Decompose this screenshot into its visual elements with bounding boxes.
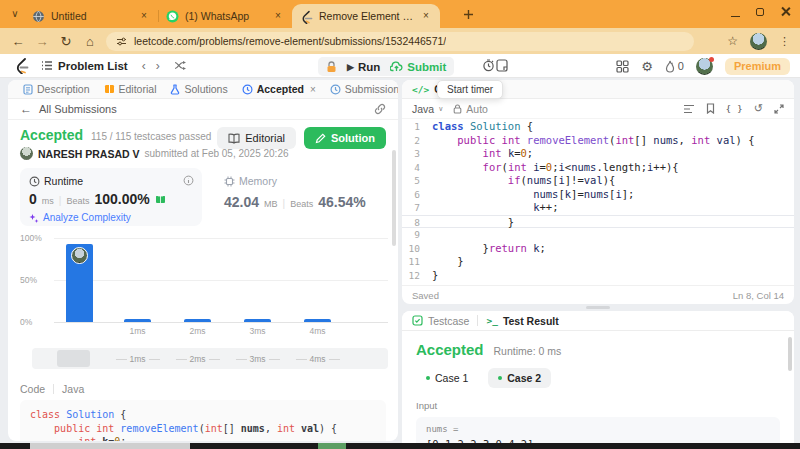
runtime-bar-4ms[interactable] bbox=[304, 319, 331, 322]
browser-tab[interactable]: Untitled× bbox=[24, 4, 158, 28]
submit-button[interactable]: Submit bbox=[390, 61, 446, 73]
window-controls bbox=[731, 6, 792, 18]
code-line[interactable]: 8 } bbox=[402, 215, 794, 229]
problem-list-button[interactable]: Problem List bbox=[41, 60, 128, 72]
settings-gear-icon[interactable]: ⚙ bbox=[641, 59, 653, 74]
shuffle-icon[interactable] bbox=[174, 60, 187, 71]
code-line[interactable]: 11 } bbox=[402, 255, 794, 269]
testcase-tab[interactable]: Testcase bbox=[412, 315, 469, 327]
analyze-complexity-link[interactable]: Analyze Complexity bbox=[29, 212, 193, 223]
code-line[interactable]: class Solution { bbox=[30, 408, 376, 422]
new-tab-button[interactable] bbox=[462, 8, 475, 21]
browser-tab[interactable]: (1) WhatsApp× bbox=[158, 4, 292, 28]
tab-solutions[interactable]: Solutions bbox=[163, 80, 234, 98]
left-panel-scrollbar[interactable] bbox=[392, 150, 396, 246]
braces-icon[interactable]: { } bbox=[726, 103, 743, 114]
editorial-button[interactable]: Editorial bbox=[217, 127, 296, 149]
bookmark-icon[interactable] bbox=[706, 103, 715, 114]
chart-brush[interactable]: 1ms2ms3ms4ms bbox=[32, 348, 388, 369]
runtime-bar-3ms[interactable] bbox=[244, 319, 271, 322]
runtime-bar-1ms[interactable] bbox=[124, 319, 151, 322]
browser-menu-icon[interactable]: ⋮ bbox=[779, 35, 790, 48]
timer-icon[interactable] bbox=[482, 59, 495, 72]
code-line[interactable]: 5 if(nums[i]!=val){ bbox=[402, 174, 794, 188]
tab-description[interactable]: Description bbox=[16, 80, 97, 98]
home-icon[interactable]: ⌂ bbox=[78, 34, 102, 49]
solution-button[interactable]: Solution bbox=[304, 127, 386, 149]
code-line[interactable]: 10 }return k; bbox=[402, 242, 794, 256]
debug-lock-icon[interactable] bbox=[326, 61, 337, 73]
forward-icon[interactable]: → bbox=[30, 34, 54, 49]
submitted-code-preview[interactable]: class Solution { public int removeElemen… bbox=[20, 400, 386, 441]
case-chip[interactable]: Case 1 bbox=[416, 368, 478, 388]
layout-grid-icon[interactable] bbox=[616, 60, 629, 73]
tab-submissions[interactable]: Submissions bbox=[323, 80, 398, 98]
code-line[interactable]: int k=0; bbox=[30, 435, 376, 441]
tab-accepted[interactable]: Accepted× bbox=[235, 80, 323, 98]
reload-icon[interactable]: ↻ bbox=[54, 34, 78, 49]
panel-drag-handle[interactable] bbox=[586, 306, 610, 309]
address-bar[interactable]: leetcode.com/problems/remove-element/sub… bbox=[106, 32, 694, 51]
runtime-distribution-chart[interactable]: 100%50%0%1ms2ms3ms4ms bbox=[20, 232, 388, 338]
tab-search-icon[interactable]: ∨ bbox=[8, 8, 22, 22]
code-line[interactable]: 9 bbox=[402, 228, 794, 242]
code-line[interactable]: 7 k++; bbox=[402, 201, 794, 215]
tab-close-icon[interactable]: × bbox=[310, 84, 316, 95]
tab-close-icon[interactable]: × bbox=[138, 10, 150, 22]
browser-profile-avatar[interactable] bbox=[750, 33, 767, 50]
leetcode-logo-icon[interactable] bbox=[14, 57, 29, 74]
test-result-tab[interactable]: >_ Test Result bbox=[486, 315, 558, 327]
streak-counter[interactable]: 0 bbox=[665, 60, 684, 73]
input-variable-name: nums = bbox=[426, 424, 770, 434]
run-button[interactable]: ▶ Run bbox=[347, 61, 380, 73]
notes-icon[interactable] bbox=[496, 59, 508, 72]
close-icon[interactable] bbox=[780, 6, 792, 18]
browser-tab[interactable]: Remove Element - LeetCode× bbox=[292, 4, 440, 28]
case-chip[interactable]: Case 2 bbox=[488, 368, 551, 388]
runtime-card[interactable]: Runtime 0 ms | Beats 100.00% Analyze Com… bbox=[20, 168, 202, 226]
tab-close-icon[interactable]: × bbox=[420, 10, 432, 22]
code-line[interactable]: public int removeElement(int[] nums, int… bbox=[30, 422, 376, 436]
test-panel-scrollbar[interactable] bbox=[788, 337, 792, 371]
tab-close-icon[interactable]: × bbox=[272, 10, 284, 22]
copy-link-icon[interactable] bbox=[374, 103, 386, 115]
auto-mode[interactable]: Auto bbox=[453, 103, 488, 115]
format-lines-icon[interactable] bbox=[683, 104, 695, 114]
memory-card[interactable]: Memory 42.04 MB | Beats 46.54% bbox=[202, 168, 366, 226]
author-name[interactable]: NARESH PRASAD V bbox=[38, 148, 140, 160]
minimize-icon[interactable] bbox=[731, 16, 740, 17]
runtime-bar-2ms[interactable] bbox=[184, 319, 211, 322]
code-editor[interactable]: 1class Solution {2 public int removeElem… bbox=[402, 120, 794, 284]
current-submission-avatar-marker[interactable] bbox=[71, 247, 88, 264]
next-problem-icon[interactable]: › bbox=[156, 59, 160, 73]
bookmark-star-icon[interactable]: ☆ bbox=[727, 34, 738, 48]
taskbar-edge[interactable] bbox=[0, 443, 800, 449]
code-text: if(nums[i]!=val){ bbox=[432, 174, 615, 188]
restore-icon[interactable] bbox=[756, 8, 764, 16]
url-text[interactable]: leetcode.com/problems/remove-element/sub… bbox=[134, 35, 446, 47]
memory-value: 42.04 bbox=[224, 194, 259, 210]
code-line[interactable]: 1class Solution { bbox=[402, 120, 794, 134]
premium-button[interactable]: Premium bbox=[725, 58, 790, 75]
browser-toolbar: ← → ↻ ⌂ leetcode.com/problems/remove-ele… bbox=[0, 28, 800, 54]
language-selector[interactable]: Java ∨ bbox=[412, 103, 443, 115]
code-line[interactable]: 12} bbox=[402, 269, 794, 283]
site-info-icon[interactable] bbox=[116, 36, 127, 47]
brush-selection[interactable] bbox=[57, 350, 90, 367]
info-icon[interactable] bbox=[183, 175, 194, 186]
reset-code-icon[interactable]: ↺ bbox=[754, 102, 763, 115]
fullscreen-icon[interactable] bbox=[774, 104, 784, 114]
back-icon[interactable]: ← bbox=[6, 34, 30, 49]
code-line[interactable]: 4 for(int i=0;i<nums.length;i++){ bbox=[402, 161, 794, 175]
code-line[interactable]: 3 int k=0; bbox=[402, 147, 794, 161]
code-text: }return k; bbox=[432, 242, 546, 256]
author-avatar[interactable] bbox=[20, 147, 33, 160]
gift-icon[interactable] bbox=[155, 193, 166, 204]
back-arrow-icon[interactable]: ← bbox=[20, 102, 32, 116]
code-line[interactable]: 2 public int removeElement(int[] nums, i… bbox=[402, 134, 794, 148]
prev-problem-icon[interactable]: ‹ bbox=[142, 59, 146, 73]
all-submissions-row[interactable]: ← All Submissions bbox=[8, 99, 398, 120]
user-avatar[interactable] bbox=[696, 58, 713, 75]
code-line[interactable]: 6 nums[k]=nums[i]; bbox=[402, 188, 794, 202]
tab-editorial[interactable]: Editorial bbox=[97, 80, 164, 98]
